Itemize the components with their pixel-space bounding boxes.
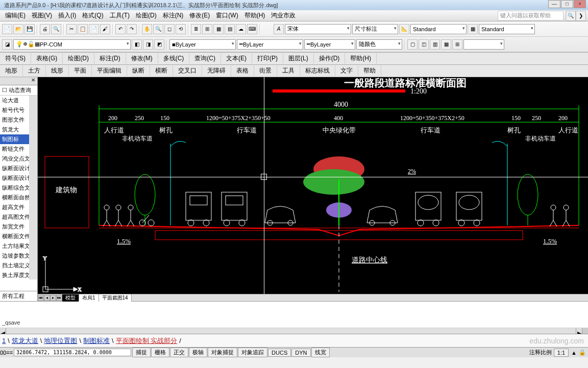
table-style-icon[interactable]: ▦ — [468, 24, 478, 34]
new-icon[interactable]: 📄 — [2, 24, 12, 34]
tree-item[interactable]: 桩号代号 — [0, 105, 29, 115]
layout-tab-model[interactable]: 模型 — [62, 294, 79, 302]
zoom-prev-icon[interactable]: ⟲ — [176, 24, 186, 34]
tab2-earthwork[interactable]: 土方 — [23, 65, 46, 76]
tab2-terrain[interactable]: 地形 — [0, 65, 23, 76]
tab2-intersect[interactable]: 交叉口 — [173, 65, 202, 76]
layout-tab[interactable]: 平面裁图14 — [99, 294, 132, 302]
calc-icon[interactable]: ⌨ — [247, 24, 257, 34]
file-tab[interactable]: 1 — [0, 336, 8, 346]
tab-print[interactable]: 打印(P) — [252, 53, 283, 64]
text-style-icon[interactable]: A — [274, 24, 284, 34]
dyn-toggle[interactable]: DYN — [291, 349, 310, 357]
layout-tab[interactable]: 布局1 — [79, 294, 99, 302]
tab-symbol[interactable]: 符号(S) — [0, 53, 31, 64]
tree-item[interactable]: 超高图文件 — [0, 212, 29, 222]
tree-item[interactable]: 纵断面设计 — [0, 164, 29, 173]
design-center-icon[interactable]: ⊞ — [202, 24, 212, 34]
redo-icon[interactable]: ↷ — [127, 24, 137, 34]
maximize-button[interactable]: □ — [561, 0, 573, 8]
panel-footer[interactable]: 所有工程 — [0, 291, 37, 301]
help-go-icon[interactable]: 🔍 — [566, 11, 576, 21]
help-arrow-icon[interactable]: ❯ — [576, 11, 586, 21]
dimstyle-combo[interactable]: 尺寸标注 — [352, 24, 398, 34]
tree-item[interactable]: 筑龙大 — [0, 125, 29, 134]
dimstyle-icon[interactable]: 📐 — [399, 24, 409, 34]
lineweight-combo[interactable]: ━ ByLayer — [304, 39, 355, 50]
font-combo[interactable]: 宋体 — [285, 24, 351, 34]
tab2-help[interactable]: 帮助 — [358, 65, 381, 76]
tab-prev-icon[interactable]: ◂ — [44, 295, 50, 301]
anno-scale[interactable]: 1:1 — [554, 349, 569, 357]
osnap-toggle[interactable]: 对象捕捉 — [208, 348, 237, 357]
tab-table[interactable]: 表格(G) — [31, 53, 63, 64]
preview-icon[interactable]: 🔍 — [51, 24, 61, 34]
tab2-tables[interactable]: 表格 — [231, 65, 254, 76]
viewport-4-icon[interactable]: ▦ — [441, 39, 451, 50]
tree-item[interactable]: 纵断综合文 — [0, 183, 29, 193]
drawing-canvas[interactable]: 一般路段道路标准横断面图 1:200 4000 200 250 150 1200… — [38, 77, 588, 294]
tree-item[interactable]: 换土厚度文 — [0, 270, 29, 280]
layer-combo[interactable]: 💡❄🔓▦ PP-COM — [13, 39, 131, 50]
file-tab[interactable]: 地理位置图 — [42, 335, 79, 347]
print-icon[interactable]: 🖨 — [40, 24, 50, 34]
tab-text[interactable]: 文本(E) — [221, 53, 252, 64]
menu-tools[interactable]: 工具(T) — [107, 10, 133, 21]
tree-item[interactable]: 挡土墙定义 — [0, 261, 29, 270]
copy-icon[interactable]: 📋 — [78, 24, 88, 34]
menu-edit[interactable]: 编辑(E) — [2, 10, 29, 21]
tab-last-icon[interactable]: ⏭ — [56, 295, 62, 301]
undo-icon[interactable]: ↶ — [115, 24, 126, 34]
std-combo-2[interactable]: Standard — [479, 24, 535, 34]
anno-lock-icon[interactable]: 🔒 — [579, 349, 586, 356]
tab-ops[interactable]: 操作(D) — [314, 53, 346, 64]
viewport-scale-combo[interactable] — [463, 39, 504, 50]
pan-icon[interactable]: ✋ — [142, 24, 152, 34]
menu-format[interactable]: 格式(Q) — [79, 10, 106, 21]
grid-toggle[interactable]: 栅格 — [151, 348, 169, 357]
tab2-plan[interactable]: 平面 — [69, 65, 92, 76]
tab2-signs[interactable]: 标志标线 — [300, 65, 335, 76]
std-combo-1[interactable]: Standard — [410, 24, 467, 34]
tab-dim[interactable]: 标注(D) — [94, 53, 126, 64]
props-icon[interactable]: ≣ — [191, 24, 201, 34]
tab2-text[interactable]: 文字 — [335, 65, 358, 76]
tab-modify[interactable]: 修改(M) — [126, 53, 158, 64]
ducs-toggle[interactable]: DUCS — [268, 349, 291, 357]
tab2-tools[interactable]: 工具 — [277, 65, 300, 76]
tree-item[interactable]: 边坡参数文 — [0, 251, 29, 261]
menu-help[interactable]: 帮助(H) — [241, 10, 268, 21]
plotstyle-combo[interactable]: 随颜色 — [356, 39, 402, 50]
match-icon[interactable]: 🖌 — [100, 24, 110, 34]
snap-toggle[interactable]: 捕捉 — [132, 348, 151, 357]
layer-match-icon[interactable]: ◩ — [154, 39, 164, 50]
close-button[interactable]: × — [574, 0, 586, 8]
cut-icon[interactable]: ✂ — [66, 24, 77, 34]
tab-first-icon[interactable]: ⏮ — [38, 295, 44, 301]
tab-help[interactable]: 帮助(H) — [345, 53, 377, 64]
tree-item[interactable]: 断链文件 — [0, 144, 29, 154]
tree-item[interactable]: 超高文件 — [0, 202, 29, 212]
tree-item[interactable]: 土方结果文 — [0, 241, 29, 251]
tab2-cross[interactable]: 横断 — [150, 65, 173, 76]
paste-icon[interactable]: 📄 — [89, 24, 99, 34]
color-combo[interactable]: ■ ByLayer — [169, 39, 236, 50]
menu-hongye[interactable]: 鸿业市政 — [268, 10, 299, 21]
tab-next-icon[interactable]: ▸ — [50, 295, 56, 301]
zoom-realtime-icon[interactable]: 🔍 — [153, 24, 163, 34]
sheet-set-icon[interactable]: ▤ — [225, 24, 235, 34]
lwt-toggle[interactable]: 线宽 — [311, 348, 330, 357]
tab2-street[interactable]: 街景 — [254, 65, 277, 76]
viewport-1-icon[interactable]: ▢ — [407, 39, 418, 50]
tree-item[interactable]: 纵断面设计 — [0, 173, 29, 183]
viewport-3-icon[interactable]: ▥ — [430, 39, 440, 50]
zoom-window-icon[interactable]: ◻ — [164, 24, 175, 34]
otrack-toggle[interactable]: 对象追踪 — [238, 348, 267, 357]
menu-draw[interactable]: 绘图(D) — [133, 10, 160, 21]
layer-prev-icon[interactable]: ◧ — [132, 39, 142, 50]
polar-toggle[interactable]: 极轴 — [189, 348, 207, 357]
project-tree[interactable]: 论大道 桩号代号 图形文件 筑龙大 制图标 断链文件 鸿业交点文 纵断面设计 纵… — [0, 96, 37, 280]
tree-item[interactable]: 图形文件 — [0, 115, 29, 125]
command-scrollbar[interactable]: ◂ ▸ — [0, 328, 588, 334]
tree-item[interactable]: 加宽文件 — [0, 222, 29, 232]
